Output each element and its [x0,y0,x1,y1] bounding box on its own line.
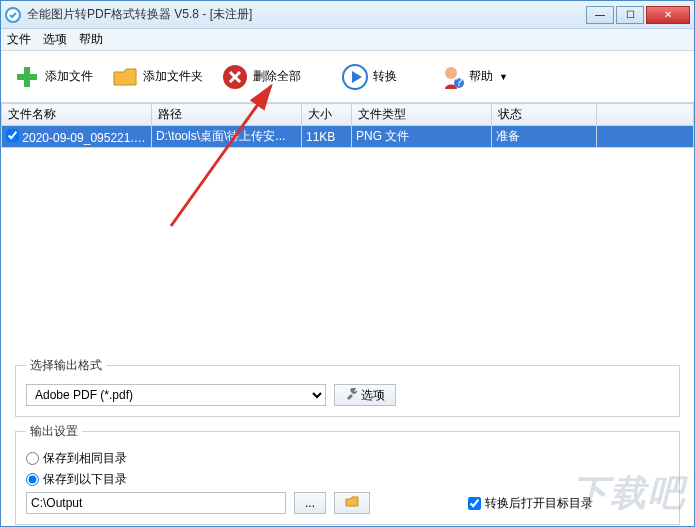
below-dir-label: 保存到以下目录 [43,471,127,488]
help-label: 帮助 [469,68,493,85]
delete-icon [221,63,249,91]
wrench-icon [345,388,357,403]
table-row[interactable]: 2020-09-09_095221.pngD:\tools\桌面\待上传安...… [2,126,694,148]
format-options-button[interactable]: 选项 [334,384,396,406]
add-file-button[interactable]: 添加文件 [13,63,93,91]
folder-open-icon [345,496,359,511]
open-after-option[interactable]: 转换后打开目标目录 [468,495,593,512]
output-settings-fieldset: 输出设置 保存到相同目录 保存到以下目录 ... [15,423,680,525]
same-dir-option[interactable]: 保存到相同目录 [26,450,127,467]
menu-help[interactable]: 帮助 [79,31,103,48]
table-header-row: 文件名称 路径 大小 文件类型 状态 [2,104,694,126]
output-settings-legend: 输出设置 [26,423,82,440]
col-path[interactable]: 路径 [152,104,302,126]
help-icon: ? [437,63,465,91]
delete-all-button[interactable]: 删除全部 [221,63,301,91]
output-path-input[interactable] [26,492,286,514]
file-table-area: 文件名称 路径 大小 文件类型 状态 2020-09-09_095221.png… [1,103,694,351]
same-dir-radio[interactable] [26,452,39,465]
row-checkbox[interactable] [6,129,19,142]
col-type[interactable]: 文件类型 [352,104,492,126]
col-size[interactable]: 大小 [302,104,352,126]
open-after-checkbox[interactable] [468,497,481,510]
browse-button[interactable]: ... [294,492,326,514]
toolbar: 添加文件 添加文件夹 删除全部 转换 ? 帮助 ▼ [1,51,694,103]
play-icon [341,63,369,91]
titlebar: 全能图片转PDF格式转换器 V5.8 - [未注册] — ☐ ✕ [1,1,694,29]
same-dir-label: 保存到相同目录 [43,450,127,467]
maximize-button[interactable]: ☐ [616,6,644,24]
convert-button[interactable]: 转换 [341,63,397,91]
format-options-label: 选项 [361,387,385,404]
add-folder-label: 添加文件夹 [143,68,203,85]
output-format-fieldset: 选择输出格式 Adobe PDF (*.pdf) 选项 [15,357,680,417]
col-spacer [597,104,694,126]
add-file-label: 添加文件 [45,68,93,85]
open-folder-button[interactable] [334,492,370,514]
window-controls: — ☐ ✕ [586,6,690,24]
delete-all-label: 删除全部 [253,68,301,85]
folder-icon [111,63,139,91]
close-button[interactable]: ✕ [646,6,690,24]
open-after-label: 转换后打开目标目录 [485,495,593,512]
file-table: 文件名称 路径 大小 文件类型 状态 2020-09-09_095221.png… [1,103,694,148]
minimize-button[interactable]: — [586,6,614,24]
convert-label: 转换 [373,68,397,85]
col-status[interactable]: 状态 [492,104,597,126]
below-dir-radio[interactable] [26,473,39,486]
output-format-legend: 选择输出格式 [26,357,106,374]
svg-rect-2 [17,74,37,80]
below-dir-option[interactable]: 保存到以下目录 [26,471,127,488]
help-button[interactable]: ? 帮助 ▼ [437,63,508,91]
col-name[interactable]: 文件名称 [2,104,152,126]
add-folder-button[interactable]: 添加文件夹 [111,63,203,91]
svg-text:?: ? [456,75,463,89]
menu-file[interactable]: 文件 [7,31,31,48]
plus-icon [13,63,41,91]
dropdown-icon: ▼ [499,72,508,82]
format-select[interactable]: Adobe PDF (*.pdf) [26,384,326,406]
app-icon [5,7,21,23]
window-title: 全能图片转PDF格式转换器 V5.8 - [未注册] [27,6,586,23]
menu-options[interactable]: 选项 [43,31,67,48]
settings-area: 选择输出格式 Adobe PDF (*.pdf) 选项 输出设置 保存到相同目录 [1,351,694,527]
menubar: 文件 选项 帮助 [1,29,694,51]
app-window: 全能图片转PDF格式转换器 V5.8 - [未注册] — ☐ ✕ 文件 选项 帮… [0,0,695,527]
